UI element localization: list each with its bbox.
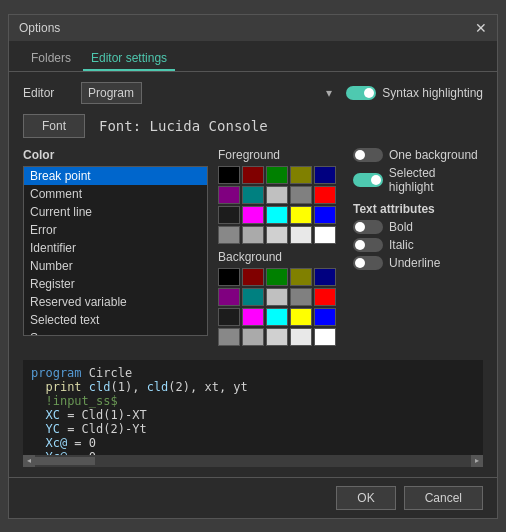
one-background-label: One background (389, 148, 478, 162)
italic-row: Italic (353, 238, 483, 252)
h-scrollbar-track (35, 457, 471, 465)
list-item[interactable]: Error (24, 221, 207, 239)
h-scrollbar-thumb[interactable] (35, 457, 95, 465)
one-background-switch[interactable] (353, 148, 383, 162)
content-area: Editor Program Syntax highlighting Font … (9, 72, 497, 477)
color-swatch[interactable] (242, 268, 264, 286)
list-item[interactable]: Selected text (24, 311, 207, 329)
horizontal-scrollbar[interactable]: ◂ ▸ (23, 455, 483, 467)
color-swatch[interactable] (266, 328, 288, 346)
selected-highlight-switch[interactable] (353, 173, 383, 187)
color-swatch[interactable] (242, 328, 264, 346)
font-row: Font Font: Lucida Console (23, 114, 483, 138)
color-swatch[interactable] (218, 308, 240, 326)
list-item[interactable]: Number (24, 257, 207, 275)
list-item[interactable]: Comment (24, 185, 207, 203)
color-section: Color Break point Comment Current line E… (23, 148, 208, 352)
color-swatch[interactable] (242, 186, 264, 204)
color-swatch[interactable] (314, 226, 336, 244)
color-swatch[interactable] (314, 268, 336, 286)
color-swatch[interactable] (266, 166, 288, 184)
ok-button[interactable]: OK (336, 486, 395, 510)
color-swatch[interactable] (242, 226, 264, 244)
color-swatch[interactable] (266, 268, 288, 286)
color-swatch[interactable] (218, 186, 240, 204)
color-swatch[interactable] (242, 206, 264, 224)
tab-folders[interactable]: Folders (23, 47, 79, 71)
bold-switch[interactable] (353, 220, 383, 234)
color-swatch[interactable] (314, 288, 336, 306)
color-swatch[interactable] (290, 328, 312, 346)
bold-label: Bold (389, 220, 413, 234)
color-swatch[interactable] (242, 288, 264, 306)
color-swatch[interactable] (290, 166, 312, 184)
color-swatch[interactable] (290, 186, 312, 204)
foreground-palette (218, 166, 343, 244)
list-item[interactable]: Register (24, 275, 207, 293)
italic-switch[interactable] (353, 238, 383, 252)
color-swatch[interactable] (290, 308, 312, 326)
color-swatch[interactable] (242, 308, 264, 326)
color-swatch[interactable] (314, 186, 336, 204)
color-swatch[interactable] (290, 226, 312, 244)
color-swatch[interactable] (242, 166, 264, 184)
editor-label: Editor (23, 86, 73, 100)
syntax-highlight-toggle[interactable]: Syntax highlighting (346, 86, 483, 100)
color-swatch[interactable] (314, 166, 336, 184)
code-line: XC = Cld(1)-XT (31, 408, 475, 422)
syntax-highlight-label: Syntax highlighting (382, 86, 483, 100)
editor-row: Editor Program Syntax highlighting (23, 82, 483, 104)
color-swatch[interactable] (218, 166, 240, 184)
foreground-row: Foreground (218, 148, 343, 244)
code-line: print cld(1), cld(2), xt, yt (31, 380, 475, 394)
scroll-right-btn[interactable]: ▸ (471, 455, 483, 467)
main-row: Color Break point Comment Current line E… (23, 148, 483, 352)
tab-bar: Folders Editor settings (9, 41, 497, 72)
color-swatch[interactable] (314, 206, 336, 224)
underline-switch[interactable] (353, 256, 383, 270)
color-swatch[interactable] (266, 288, 288, 306)
syntax-highlight-switch[interactable] (346, 86, 376, 100)
cancel-button[interactable]: Cancel (404, 486, 483, 510)
color-swatch[interactable] (314, 308, 336, 326)
color-swatch[interactable] (266, 186, 288, 204)
color-swatch[interactable] (266, 308, 288, 326)
color-swatch[interactable] (266, 226, 288, 244)
close-button[interactable]: ✕ (475, 21, 487, 35)
color-swatch[interactable] (266, 206, 288, 224)
code-line: Yc@ = 0 (31, 450, 475, 455)
list-item[interactable]: Break point (24, 167, 207, 185)
color-swatch[interactable] (218, 288, 240, 306)
font-button[interactable]: Font (23, 114, 85, 138)
options-dialog: Options ✕ Folders Editor settings Editor… (8, 14, 498, 519)
code-preview-wrapper: program Circle print cld(1), cld(2), xt,… (23, 360, 483, 467)
color-swatch[interactable] (290, 288, 312, 306)
color-swatch[interactable] (218, 226, 240, 244)
color-section-title: Color (23, 148, 208, 162)
dialog-title: Options (19, 21, 60, 35)
list-item[interactable]: Reserved variable (24, 293, 207, 311)
code-line: !input_ss$ (31, 394, 475, 408)
color-swatch[interactable] (218, 206, 240, 224)
color-swatch[interactable] (314, 328, 336, 346)
text-attributes-title: Text attributes (353, 202, 483, 216)
bottom-bar: OK Cancel (9, 477, 497, 518)
color-swatch[interactable] (218, 328, 240, 346)
background-label: Background (218, 250, 343, 264)
tab-editor-settings[interactable]: Editor settings (83, 47, 175, 71)
color-swatch[interactable] (218, 268, 240, 286)
italic-label: Italic (389, 238, 414, 252)
foreground-label: Foreground (218, 148, 343, 162)
editor-select[interactable]: Program (81, 82, 142, 104)
title-bar: Options ✕ (9, 15, 497, 41)
color-swatch[interactable] (290, 268, 312, 286)
scroll-left-btn[interactable]: ◂ (23, 455, 35, 467)
underline-row: Underline (353, 256, 483, 270)
list-item[interactable]: Identifier (24, 239, 207, 257)
editor-select-wrapper: Program (81, 82, 338, 104)
list-item[interactable]: Space (24, 329, 207, 336)
color-swatch[interactable] (290, 206, 312, 224)
list-item[interactable]: Current line (24, 203, 207, 221)
selected-highlight-label: Selected highlight (389, 166, 483, 194)
underline-label: Underline (389, 256, 440, 270)
